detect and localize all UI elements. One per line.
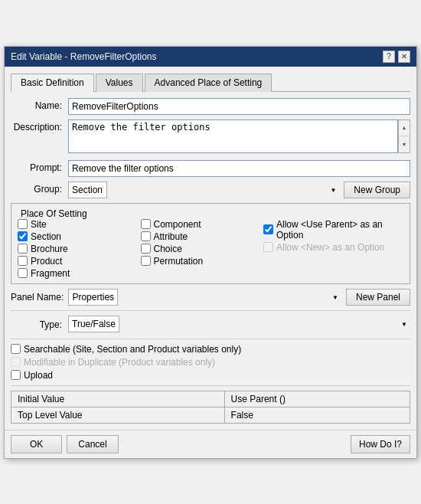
table-row: Top Level Value False — [11, 407, 410, 423]
initial-value-data: Use Parent () — [224, 391, 410, 407]
fragment-checkbox[interactable] — [18, 268, 28, 278]
dialog: Edit Variable - RemoveFilterOptions ? ✕ … — [4, 46, 417, 459]
brochure-label: Brochure — [31, 244, 68, 254]
dialog-content: Basic Definition Values Advanced Place o… — [5, 67, 416, 430]
divider-2 — [11, 339, 410, 339]
divider-3 — [11, 385, 410, 386]
site-label: Site — [31, 219, 47, 230]
tab-bar: Basic Definition Values Advanced Place o… — [11, 73, 410, 92]
component-label: Component — [154, 219, 201, 230]
scroll-down-icon[interactable]: ▼ — [399, 136, 410, 152]
checkbox-col-1: Site Section Brochure Product — [18, 219, 135, 279]
allow-new-label: Allow <New> as an Option — [276, 242, 384, 253]
type-select-wrapper: True/False — [68, 316, 410, 332]
scroll-up-icon[interactable]: ▲ — [399, 120, 410, 137]
description-row: Description: Remove the filter options ▲… — [11, 119, 410, 155]
description-scrollbar: ▲ ▼ — [398, 119, 410, 153]
name-input[interactable] — [68, 98, 410, 115]
new-panel-button[interactable]: New Panel — [346, 289, 410, 306]
option-upload: Upload — [11, 370, 410, 381]
name-row: Name: — [11, 98, 410, 115]
checkbox-attribute: Attribute — [141, 231, 258, 242]
description-label: Description: — [11, 119, 68, 133]
type-label: Type: — [11, 317, 68, 330]
values-table: Initial Value Use Parent () Top Level Va… — [11, 391, 410, 424]
checkbox-choice: Choice — [141, 244, 258, 254]
panel-select[interactable]: Properties — [68, 289, 118, 306]
tab-values[interactable]: Values — [96, 74, 143, 92]
checkbox-brochure: Brochure — [18, 244, 135, 254]
group-label: Group: — [11, 182, 68, 195]
allow-new-checkbox[interactable] — [263, 242, 273, 252]
option-searchable: Searchable (Site, Section and Product va… — [11, 344, 410, 355]
table-row: Initial Value Use Parent () — [11, 391, 410, 407]
tab-advanced[interactable]: Advanced Place of Setting — [145, 74, 273, 92]
type-select[interactable]: True/False — [68, 316, 119, 332]
top-level-label: Top Level Value — [11, 407, 225, 423]
how-do-i-button[interactable]: How Do I? — [351, 435, 410, 453]
choice-label: Choice — [154, 244, 182, 254]
section-checkbox[interactable] — [18, 231, 28, 241]
footer: OK Cancel How Do I? — [5, 430, 416, 458]
brochure-checkbox[interactable] — [18, 244, 28, 254]
checkbox-permutation: Permutation — [141, 256, 258, 267]
options-section: Searchable (Site, Section and Product va… — [11, 344, 410, 381]
checkbox-col-2: Component Attribute Choice Permutat — [141, 219, 258, 279]
panel-row: Panel Name: Properties New Panel — [11, 289, 410, 306]
section-label: Section — [31, 231, 61, 242]
modifiable-label: Modifiable in Duplicate (Product variabl… — [24, 357, 215, 368]
allow-use-parent-checkbox[interactable] — [263, 224, 273, 234]
checkbox-section: Section — [18, 231, 135, 242]
description-input[interactable]: Remove the filter options — [68, 119, 398, 153]
title-bar-text: Edit Variable - RemoveFilterOptions — [11, 51, 157, 62]
prompt-row: Prompt: — [11, 160, 410, 177]
choice-checkbox[interactable] — [141, 244, 151, 254]
fragment-label: Fragment — [31, 268, 70, 279]
panel-select-wrapper: Properties — [68, 289, 341, 306]
attribute-label: Attribute — [154, 231, 188, 242]
upload-checkbox[interactable] — [11, 370, 21, 380]
site-checkbox[interactable] — [18, 219, 28, 229]
option-modifiable: Modifiable in Duplicate (Product variabl… — [11, 357, 410, 368]
group-select[interactable]: Section — [68, 182, 107, 198]
top-level-data: False — [224, 407, 410, 423]
type-row: Type: True/False — [11, 316, 410, 332]
component-checkbox[interactable] — [141, 219, 151, 229]
title-bar: Edit Variable - RemoveFilterOptions ? ✕ — [5, 47, 416, 67]
place-of-setting-fieldset: Place Of Setting Site Section — [11, 203, 410, 284]
checkbox-component: Component — [141, 219, 258, 230]
prompt-field-wrapper — [68, 160, 410, 177]
close-button[interactable]: ✕ — [398, 51, 410, 63]
searchable-label: Searchable (Site, Section and Product va… — [24, 344, 241, 355]
divider-1 — [11, 310, 410, 311]
checkbox-fragment: Fragment — [18, 268, 135, 279]
cancel-button[interactable]: Cancel — [67, 435, 118, 453]
initial-value-label: Initial Value — [11, 391, 225, 407]
attribute-checkbox[interactable] — [141, 231, 151, 241]
footer-left: OK Cancel — [11, 435, 119, 453]
prompt-input[interactable] — [68, 160, 410, 177]
new-group-button[interactable]: New Group — [344, 182, 410, 198]
panel-name-label: Panel Name: — [11, 292, 64, 303]
upload-label: Upload — [24, 370, 53, 381]
group-row: Group: Section New Group — [11, 182, 410, 198]
name-label: Name: — [11, 98, 68, 111]
checkbox-grid: Site Section Brochure Product — [18, 219, 403, 279]
checkbox-allow-new: Allow <New> as an Option — [263, 242, 403, 253]
product-checkbox[interactable] — [18, 256, 28, 266]
modifiable-checkbox[interactable] — [11, 357, 21, 367]
checkbox-site: Site — [18, 219, 135, 230]
ok-button[interactable]: OK — [11, 435, 62, 453]
checkbox-product: Product — [18, 256, 135, 267]
checkbox-allow-use-parent: Allow <Use Parent> as an Option — [263, 219, 403, 241]
searchable-checkbox[interactable] — [11, 344, 21, 354]
permutation-checkbox[interactable] — [141, 256, 151, 266]
product-label: Product — [31, 256, 62, 267]
description-wrapper: Remove the filter options ▲ ▼ — [68, 119, 410, 155]
place-of-setting-legend: Place Of Setting — [18, 208, 90, 219]
title-bar-buttons: ? ✕ — [383, 51, 410, 63]
help-button[interactable]: ? — [383, 51, 395, 63]
tab-basic-definition[interactable]: Basic Definition — [11, 74, 94, 92]
group-field-wrapper: Section New Group — [68, 182, 410, 198]
prompt-label: Prompt: — [11, 160, 68, 173]
